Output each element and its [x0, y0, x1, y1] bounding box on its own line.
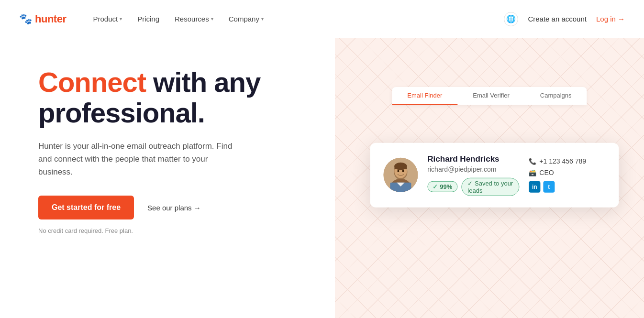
hero-subtitle: Hunter is your all-in-one email outreach…	[38, 140, 239, 179]
tab-email-verifier[interactable]: Email Verifier	[457, 87, 525, 105]
no-credit-text: No credit card required. Free plan.	[38, 227, 316, 234]
profile-email: richard@piedpiper.com	[427, 165, 519, 173]
nav-item-resources[interactable]: Resources ▾	[167, 11, 221, 27]
role-value: CEO	[539, 169, 554, 176]
score-badge: ✓ 99%	[427, 181, 457, 192]
logo[interactable]: 🐾 hunter	[19, 13, 66, 25]
profile-role: 🗃️ CEO	[529, 169, 554, 176]
headline-orange: Connect	[38, 66, 146, 98]
profile-phone: 📞 +1 123 456 789	[529, 157, 586, 165]
hero-left-panel: Connect with any professional. Hunter is…	[0, 38, 335, 318]
nav-label-resources: Resources	[175, 15, 209, 23]
profile-card-tabs: Email Finder Email Verifier Campaigns	[392, 87, 587, 105]
role-icon: 🗃️	[529, 169, 536, 176]
profile-right: 📞 +1 123 456 789 🗃️ CEO in t	[529, 157, 605, 193]
nav-label-pricing: Pricing	[137, 15, 159, 23]
profile-socials: in t	[529, 181, 555, 193]
header-right: 🌐 Create an account Log in →	[504, 11, 625, 27]
profile-badges: ✓ 99% ✓ Saved to your leads	[427, 177, 519, 196]
phone-icon: 📞	[529, 157, 536, 164]
get-started-button[interactable]: Get started for free	[38, 196, 134, 219]
tab-email-finder[interactable]: Email Finder	[392, 87, 457, 105]
phone-number: +1 123 456 789	[539, 157, 586, 165]
tab-campaigns[interactable]: Campaigns	[525, 87, 587, 105]
hero-right-panel: Email Finder Email Verifier Campaigns	[335, 38, 644, 318]
logo-text: hunter	[35, 13, 66, 25]
linkedin-button[interactable]: in	[529, 181, 540, 193]
nav-label-company: Company	[229, 15, 259, 23]
svg-rect-5	[394, 165, 407, 169]
login-button[interactable]: Log in →	[596, 15, 625, 23]
main-nav: Product ▾ Pricing Resources ▾ Company ▾	[85, 11, 504, 27]
globe-icon[interactable]: 🌐	[504, 12, 518, 26]
profile-name: Richard Hendricks	[427, 154, 519, 164]
profile-card: Richard Hendricks richard@piedpiper.com …	[370, 143, 619, 207]
create-account-button[interactable]: Create an account	[526, 11, 588, 27]
profile-info: Richard Hendricks richard@piedpiper.com …	[427, 154, 519, 196]
hero-headline: Connect with any professional.	[38, 67, 316, 128]
see-plans-link[interactable]: See our plans →	[147, 204, 201, 212]
chevron-down-icon: ▾	[120, 16, 122, 22]
nav-item-company[interactable]: Company ▾	[221, 11, 271, 27]
nav-label-product: Product	[93, 15, 118, 23]
header: 🐾 hunter Product ▾ Pricing Resources ▾ C…	[0, 0, 644, 38]
chevron-down-icon: ▾	[211, 16, 213, 22]
cta-row: Get started for free See our plans →	[38, 196, 316, 219]
svg-point-7	[402, 170, 404, 172]
nav-item-pricing[interactable]: Pricing	[130, 11, 167, 27]
svg-point-6	[397, 170, 399, 172]
twitter-button[interactable]: t	[543, 181, 555, 193]
saved-badge: ✓ Saved to your leads	[461, 177, 519, 196]
logo-icon: 🐾	[19, 13, 32, 25]
main-content: Connect with any professional. Hunter is…	[0, 38, 644, 318]
nav-item-product[interactable]: Product ▾	[85, 11, 130, 27]
chevron-down-icon: ▾	[261, 16, 264, 22]
check-icon: ✓	[433, 183, 438, 190]
score-value: 99%	[440, 183, 452, 190]
avatar	[383, 158, 418, 192]
